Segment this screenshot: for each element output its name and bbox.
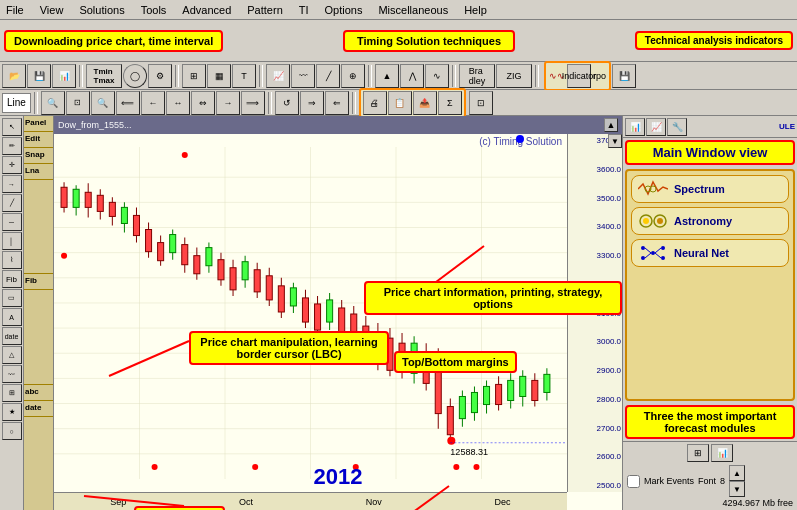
svg-rect-27 <box>109 202 115 216</box>
left-fib[interactable]: Fib <box>2 270 22 288</box>
left-rect[interactable]: ▭ <box>2 289 22 307</box>
toolbar-line-chart[interactable]: 📈 <box>266 64 290 88</box>
menu-pattern[interactable]: Pattern <box>243 3 286 17</box>
left-star[interactable]: ★ <box>2 403 22 421</box>
label-lna: Lna <box>24 164 53 180</box>
scroll-right-big[interactable]: ⟹ <box>241 91 265 115</box>
left-select[interactable]: ↖ <box>2 118 22 136</box>
toolbar-trendline[interactable]: ╱ <box>316 64 340 88</box>
toolbar-chart[interactable]: 📊 <box>52 64 76 88</box>
time-axis: Sep Oct Nov Dec <box>54 492 567 510</box>
svg-point-123 <box>651 251 655 255</box>
toolbar-circle[interactable]: ◯ <box>123 64 147 88</box>
annotation-price-info: Price chart information, printing, strat… <box>364 281 622 315</box>
left-circle[interactable]: ○ <box>2 422 22 440</box>
scroll-right[interactable]: → <box>216 91 240 115</box>
left-crosshair[interactable]: ✛ <box>2 156 22 174</box>
svg-rect-85 <box>459 396 465 418</box>
svg-point-124 <box>661 246 665 250</box>
menu-tools[interactable]: Tools <box>137 3 171 17</box>
menu-advanced[interactable]: Advanced <box>178 3 235 17</box>
copy-btn[interactable]: 📋 <box>388 91 412 115</box>
right-tb2[interactable]: 📈 <box>646 118 666 136</box>
menu-misc[interactable]: Miscellaneous <box>374 3 452 17</box>
font-size-value: 8 <box>720 476 725 486</box>
toolbar-bradley[interactable]: Bradley <box>459 64 495 88</box>
svg-text:12588.31: 12588.31 <box>450 447 488 457</box>
chart-scroll-up[interactable]: ▲ <box>604 118 618 132</box>
module-astronomy[interactable]: Astronomy <box>631 207 789 235</box>
left-vline[interactable]: │ <box>2 232 22 250</box>
sep4 <box>368 65 372 87</box>
astronomy-icon <box>638 211 668 231</box>
toolbar-save[interactable]: 💾 <box>27 64 51 88</box>
menu-help[interactable]: Help <box>460 3 491 17</box>
mark-events-checkbox[interactable] <box>627 475 640 488</box>
toolbar-floppy[interactable]: 💾 <box>612 64 636 88</box>
toolbar-open[interactable]: 📂 <box>2 64 26 88</box>
left-pencil[interactable]: ✏ <box>2 137 22 155</box>
module-spectrum[interactable]: Spectrum <box>631 175 789 203</box>
price-scroll-btn[interactable]: ▼ <box>608 134 622 148</box>
line-selector[interactable]: Line <box>2 93 31 113</box>
right-grid-btn[interactable]: ⊞ <box>687 444 709 462</box>
right-chart-btn[interactable]: 📊 <box>711 444 733 462</box>
svg-rect-87 <box>471 392 477 412</box>
scroll-left[interactable]: ← <box>141 91 165 115</box>
zoom-fit[interactable]: ⊡ <box>66 91 90 115</box>
left-hline[interactable]: ─ <box>2 213 22 231</box>
font-down[interactable]: ▼ <box>729 481 745 497</box>
svg-rect-43 <box>206 248 212 266</box>
zoom-out[interactable]: 🔍 <box>91 91 115 115</box>
menu-ti[interactable]: TI <box>295 3 313 17</box>
menu-options[interactable]: Options <box>321 3 367 17</box>
module-neural[interactable]: Neural Net <box>631 239 789 267</box>
right-tb3[interactable]: 🔧 <box>667 118 687 136</box>
loop-btn[interactable]: ↺ <box>275 91 299 115</box>
sigma-btn[interactable]: Σ <box>438 91 462 115</box>
left-wave[interactable]: 〰 <box>2 365 22 383</box>
expand-h[interactable]: ↔ <box>166 91 190 115</box>
menu-file[interactable]: File <box>2 3 28 17</box>
scroll-end[interactable]: ⊡ <box>469 91 493 115</box>
scroll-left-big[interactable]: ⟸ <box>116 91 140 115</box>
left-line[interactable]: ╱ <box>2 194 22 212</box>
font-up[interactable]: ▲ <box>729 465 745 481</box>
label-fib: Fib <box>24 274 53 290</box>
toolbar-wave[interactable]: 〰 <box>291 64 315 88</box>
svg-rect-41 <box>194 256 200 274</box>
svg-point-104 <box>252 464 258 470</box>
left-text[interactable]: A <box>2 308 22 326</box>
toolbar-indicator2[interactable]: ∿ <box>425 64 449 88</box>
compress-h[interactable]: ⇔ <box>191 91 215 115</box>
forward-btn[interactable]: ⇒ <box>300 91 324 115</box>
spectrum-icon <box>638 179 668 199</box>
indicator-btn[interactable]: Indicator <box>567 64 591 88</box>
menu-view[interactable]: View <box>36 3 68 17</box>
right-tb1[interactable]: 📊 <box>625 118 645 136</box>
svg-rect-29 <box>121 207 127 223</box>
left-triangle[interactable]: △ <box>2 346 22 364</box>
toolbar-zigzag[interactable]: ⋀ <box>400 64 424 88</box>
back-btn[interactable]: ⇐ <box>325 91 349 115</box>
left-zoom[interactable]: ⊞ <box>2 384 22 402</box>
svg-rect-55 <box>278 286 284 312</box>
toolbar-gear[interactable]: ⚙ <box>148 64 172 88</box>
svg-point-100 <box>447 437 455 445</box>
toolbar-target[interactable]: ⊕ <box>341 64 365 88</box>
toolbar-mountain[interactable]: ▲ <box>375 64 399 88</box>
toolbar-grid[interactable]: ⊞ <box>182 64 206 88</box>
export-btn[interactable]: 📤 <box>413 91 437 115</box>
annotation-technical: Technical analysis indicators <box>635 31 793 50</box>
chart-area: Dow_from_1555... ▲ (c) Timing Solution <box>54 116 622 510</box>
menu-solutions[interactable]: Solutions <box>75 3 128 17</box>
toolbar-table[interactable]: ▦ <box>207 64 231 88</box>
print-btn[interactable]: 🖨 <box>363 91 387 115</box>
left-date[interactable]: date <box>2 327 22 345</box>
zoom-in[interactable]: 🔍 <box>41 91 65 115</box>
toolbar-t-icon[interactable]: T <box>232 64 256 88</box>
toolbar-tmin-tmax[interactable]: TminTmax <box>86 64 122 88</box>
toolbar-zig[interactable]: ZIG <box>496 64 532 88</box>
left-arrow[interactable]: → <box>2 175 22 193</box>
left-channel[interactable]: ⌇ <box>2 251 22 269</box>
